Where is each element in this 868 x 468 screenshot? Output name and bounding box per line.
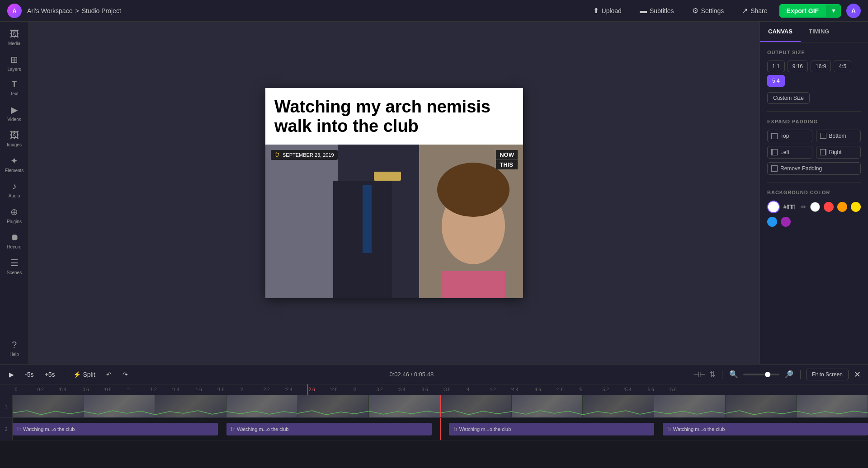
- color-swatch-purple[interactable]: [781, 217, 791, 227]
- timeline-split-track-icon[interactable]: ⇅: [708, 369, 717, 380]
- size-9-16[interactable]: 9:16: [788, 61, 808, 72]
- sidebar-item-videos-label: Videos: [7, 117, 21, 122]
- padding-top-button[interactable]: Top: [767, 130, 812, 142]
- share-button[interactable]: ↗ Share: [736, 4, 774, 18]
- padding-bottom-button[interactable]: Bottom: [816, 130, 861, 142]
- sidebar-item-videos[interactable]: ▶ Videos: [2, 101, 27, 126]
- text-clip-3[interactable]: Tr Watching m...o the club: [449, 423, 654, 435]
- right-panel-content: OUTPUT SIZE 1:1 9:16 16:9 4:5 5:4 Custom…: [760, 42, 868, 364]
- export-gif-button[interactable]: Export GIF ▼: [779, 4, 841, 18]
- left-sidebar: 🖼 Media ⊞ Layers T Text ▶ Videos 🖼 Image…: [0, 22, 29, 364]
- canvas-preview: Watching my arch nemisis walk into the c…: [265, 88, 523, 298]
- sidebar-item-audio[interactable]: ♪ Audio: [2, 178, 27, 202]
- avatar[interactable]: A: [846, 4, 861, 18]
- color-swatch-yellow[interactable]: [851, 202, 861, 212]
- sidebar-item-text[interactable]: T Text: [2, 76, 27, 100]
- subtitles-button[interactable]: ▬ Subtitles: [633, 4, 680, 18]
- record-icon: ⏺: [10, 232, 19, 243]
- text-clip-4[interactable]: Tr Watching m...o the club: [663, 423, 868, 435]
- padding-grid: Top Bottom Left Right: [767, 130, 861, 159]
- sidebar-item-layers[interactable]: ⊞ Layers: [2, 51, 27, 75]
- sidebar-item-images-label: Images: [7, 142, 22, 147]
- subtitles-icon: ▬: [640, 7, 647, 15]
- sidebar-item-images[interactable]: 🖼 Images: [2, 126, 27, 151]
- workspace-name[interactable]: Ari's Workspace: [27, 7, 72, 14]
- skip-back-button[interactable]: -5s: [21, 369, 37, 380]
- total-time: 0:05.48: [414, 371, 434, 378]
- split-button[interactable]: ⚡ Split: [70, 369, 99, 380]
- zoom-slider[interactable]: [743, 374, 779, 375]
- video-track-right[interactable]: [440, 395, 868, 417]
- output-size-label: OUTPUT SIZE: [767, 50, 861, 55]
- text-clip-2[interactable]: Tr Watching m...o the club: [226, 423, 432, 435]
- video-svg: [265, 145, 523, 298]
- skip-fwd-button[interactable]: +5s: [41, 369, 58, 380]
- right-panel: CANVAS TIMING OUTPUT SIZE 1:1 9:16 16:9 …: [760, 22, 868, 364]
- color-swatch-red[interactable]: [824, 202, 834, 212]
- color-swatch-orange[interactable]: [837, 202, 847, 212]
- video-track-left[interactable]: [13, 395, 440, 417]
- sidebar-item-record[interactable]: ⏺ Record: [2, 229, 27, 253]
- track-row-1: 1: [0, 395, 868, 418]
- color-swatch-blue[interactable]: [767, 217, 777, 227]
- remove-padding-icon: [771, 165, 778, 172]
- export-dropdown-arrow[interactable]: ▼: [826, 5, 841, 17]
- text-clip-1[interactable]: Tr Watching m...o the club: [13, 423, 218, 435]
- tab-canvas[interactable]: CANVAS: [760, 22, 801, 42]
- bg-color-row: #ffffff ✏: [767, 201, 861, 227]
- export-main-button[interactable]: Export GIF: [779, 4, 826, 18]
- sidebar-item-elements[interactable]: ✦ Elements: [2, 152, 27, 177]
- track2-playhead-line: [440, 418, 441, 440]
- zoom-out-button[interactable]: 🔍: [728, 369, 740, 380]
- play-button[interactable]: ▶: [5, 369, 18, 380]
- waveform-svg-left: [13, 409, 440, 417]
- timeline-close-button[interactable]: ✕: [852, 368, 863, 381]
- timeline-trim-icon[interactable]: ⊣⊢: [692, 369, 707, 380]
- sidebar-item-media[interactable]: 🖼 Media: [2, 25, 27, 50]
- tl-separator-2: [722, 370, 722, 379]
- settings-button[interactable]: ⚙ Settings: [686, 4, 731, 18]
- upload-button[interactable]: ⬆ Upload: [587, 4, 628, 18]
- size-4-5[interactable]: 4:5: [834, 61, 851, 72]
- timeline-ruler: :0 :0.2 :0.4 :0.6 :0.8 :1 :1.2 :1.4 :1.6…: [0, 384, 868, 395]
- bg-color-label: BACKGROUND COLOR: [767, 190, 861, 195]
- padding-right-button[interactable]: Right: [816, 146, 861, 159]
- sidebar-item-scenes-label: Scenes: [7, 270, 22, 275]
- tab-timing[interactable]: TIMING: [801, 22, 838, 42]
- fit-screen-button[interactable]: Fit to Screen: [806, 369, 849, 380]
- zoom-thumb[interactable]: [765, 372, 770, 377]
- svg-rect-3: [374, 172, 401, 181]
- video-date-badge: ⏱ SEPTEMBER 23, 2019: [271, 150, 338, 160]
- size-5-4[interactable]: 5:4: [767, 75, 785, 87]
- padding-left-button[interactable]: Left: [767, 146, 812, 159]
- undo-button[interactable]: ↶: [103, 369, 115, 380]
- sidebar-item-audio-label: Audio: [9, 193, 20, 198]
- project-name[interactable]: Studio Project: [82, 7, 121, 14]
- this-badge: THIS: [496, 159, 518, 169]
- sidebar-item-help[interactable]: ? Help: [2, 336, 27, 360]
- color-edit-icon[interactable]: ✏: [801, 203, 807, 211]
- custom-size-button[interactable]: Custom Size: [767, 92, 810, 104]
- size-16-9[interactable]: 16:9: [811, 61, 831, 72]
- media-icon: 🖼: [10, 29, 19, 39]
- redo-button[interactable]: ↷: [119, 369, 132, 380]
- padding-left-icon: [771, 149, 778, 155]
- redo-icon: ↷: [123, 371, 128, 378]
- sidebar-item-scenes[interactable]: ☰ Scenes: [2, 254, 27, 279]
- color-swatch-white[interactable]: [810, 202, 820, 212]
- plugins-icon: ⊕: [10, 206, 18, 217]
- active-color-swatch[interactable]: [767, 201, 780, 213]
- sidebar-item-plugins[interactable]: ⊕ Plugins: [2, 203, 27, 228]
- svg-point-6: [437, 163, 509, 217]
- zoom-slider-area: [743, 374, 779, 375]
- padding-top-icon: [771, 133, 778, 139]
- timeline-toolbar: ▶ -5s +5s ⚡ Split ↶ ↷ 0:02.46 / 0:05.48 …: [0, 365, 868, 384]
- zoom-search-button[interactable]: 🔎: [783, 369, 795, 380]
- audio-icon: ♪: [12, 181, 17, 192]
- remove-padding-button[interactable]: Remove Padding: [767, 162, 861, 175]
- size-1-1[interactable]: 1:1: [767, 61, 785, 72]
- timeline: ▶ -5s +5s ⚡ Split ↶ ↷ 0:02.46 / 0:05.48 …: [0, 364, 868, 468]
- video-now-this-badge: NOW THIS: [496, 150, 518, 169]
- tl-separator-1: [64, 370, 64, 379]
- canvas-video-portion: ⏱ SEPTEMBER 23, 2019 NOW THIS: [265, 145, 523, 298]
